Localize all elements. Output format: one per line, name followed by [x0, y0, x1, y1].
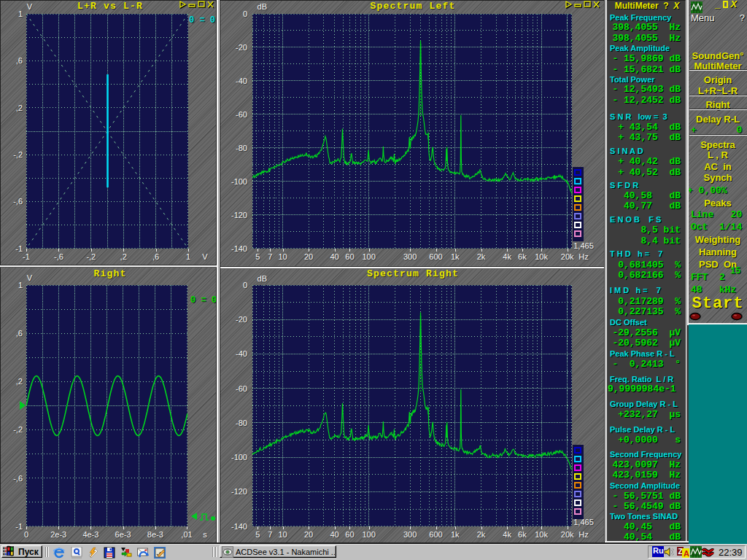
svg-text:A: A: [684, 549, 689, 558]
svg-text:Z: Z: [678, 548, 683, 556]
